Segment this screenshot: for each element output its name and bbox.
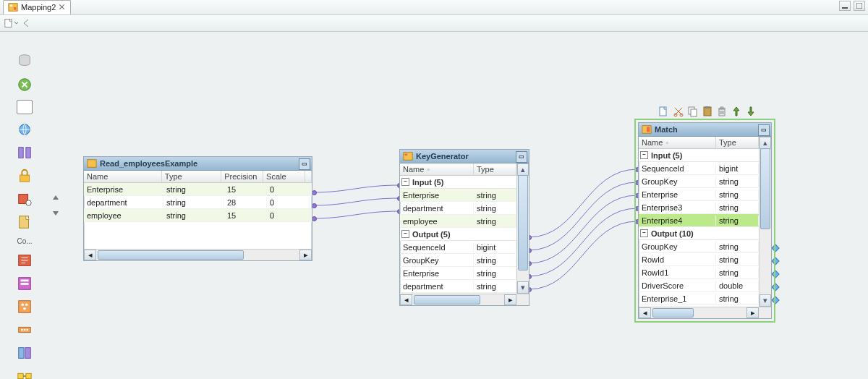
minimize-icon[interactable]: ▭ [758, 124, 770, 136]
minimize-icon[interactable]: ▭ [299, 158, 310, 170]
group-input[interactable]: −Input (5) [639, 149, 759, 162]
table-row[interactable]: Enterprise_1string [639, 292, 759, 305]
scroll-thumb[interactable] [414, 295, 480, 305]
global-source-icon[interactable] [17, 122, 33, 137]
table-row[interactable]: RowIdstring [639, 253, 759, 266]
cut-icon[interactable] [673, 106, 684, 117]
panel-title[interactable]: Match ▭ [639, 123, 771, 137]
table-row[interactable]: SequenceIdbigint [400, 241, 516, 254]
aggregate-icon[interactable] [17, 299, 33, 315]
table-row[interactable]: DriverScoredouble [639, 279, 759, 292]
table-row[interactable]: Enterprisestring150 [84, 183, 312, 196]
table-row[interactable]: departmentstring [400, 280, 516, 293]
panel-read-employees[interactable]: Read_employeesExample ▭ Name Type Precis… [83, 156, 312, 261]
database-icon[interactable] [17, 54, 33, 69]
table-row[interactable]: Enterprisestring [400, 267, 516, 280]
table-row[interactable]: Enterprise4string [639, 214, 759, 227]
scroll-thumb[interactable] [760, 148, 770, 229]
table-row[interactable]: Enterprisestring [400, 189, 516, 202]
col-name[interactable]: Name [84, 171, 162, 182]
palette-down-icon[interactable] [52, 208, 59, 216]
panel-key-generator[interactable]: KeyGenerator ▭ Name◦ Type −Input (5) Ent… [399, 149, 529, 306]
port-diamond[interactable] [771, 283, 779, 291]
schema-icon[interactable] [17, 145, 33, 161]
blank-tool-icon[interactable] [17, 100, 33, 114]
collapse-icon[interactable]: − [401, 178, 409, 186]
collapse-icon[interactable]: − [640, 229, 648, 237]
collapse-icon[interactable]: − [401, 230, 409, 238]
table-row[interactable]: departmentstring [400, 202, 516, 215]
col-type[interactable]: Type [716, 137, 759, 148]
h-scrollbar[interactable]: ◂ ▸ [400, 294, 529, 305]
group-output[interactable]: −Output (10) [639, 227, 759, 240]
move-down-icon[interactable] [745, 106, 757, 117]
scroll-right-icon[interactable]: ▸ [504, 294, 516, 305]
port-diamond[interactable] [771, 257, 779, 265]
scroll-down-icon[interactable]: ▾ [517, 281, 529, 294]
scroll-right-icon[interactable]: ▸ [299, 250, 312, 260]
v-scrollbar[interactable]: ▴ ▾ [516, 163, 529, 294]
triangle-left-icon[interactable] [23, 19, 29, 27]
h-scrollbar[interactable]: ◂ ▸ [639, 307, 771, 318]
note-icon[interactable] [17, 214, 33, 230]
panel-title[interactable]: KeyGenerator ▭ [400, 150, 529, 163]
scroll-up-icon[interactable]: ▴ [760, 137, 771, 149]
table-row[interactable]: departmentstring280 [84, 196, 312, 209]
union-icon[interactable] [17, 345, 33, 361]
table-row[interactable]: GroupKeystring [400, 254, 516, 267]
group-output[interactable]: −Output (5) [400, 228, 516, 241]
port-diamond[interactable] [771, 270, 779, 278]
page-tool-button[interactable] [3, 16, 19, 30]
col-name[interactable]: Name◦ [400, 163, 474, 175]
group-input[interactable]: −Input (5) [400, 176, 516, 189]
table-row[interactable]: employeestring [400, 215, 516, 228]
col-name[interactable]: Name◦ [639, 137, 716, 148]
new-icon[interactable] [658, 106, 670, 117]
table-row[interactable]: employeestring150 [84, 209, 312, 222]
delete-icon[interactable] [716, 106, 728, 117]
palette-up-icon[interactable] [52, 195, 59, 203]
router-icon[interactable] [17, 322, 33, 338]
form-icon[interactable] [17, 276, 33, 291]
minimize-button[interactable] [839, 1, 851, 11]
canvas[interactable]: Co... [0, 32, 868, 379]
v-scrollbar[interactable]: ▴ ▾ [759, 137, 771, 307]
paste-icon[interactable] [702, 106, 713, 117]
scroll-thumb[interactable] [652, 308, 694, 318]
port-out[interactable] [312, 216, 317, 221]
table-row[interactable]: GroupKeystring [639, 240, 759, 253]
scroll-up-icon[interactable]: ▴ [517, 163, 529, 176]
scroll-thumb[interactable] [98, 250, 244, 260]
copy-icon[interactable] [687, 106, 699, 117]
table-row[interactable]: RowId1string [639, 266, 759, 279]
scroll-left-icon[interactable]: ◂ [639, 307, 651, 318]
lock-icon[interactable] [17, 168, 33, 184]
port-out[interactable] [312, 203, 317, 208]
table-row[interactable]: Enterprisestring [639, 188, 759, 201]
scroll-left-icon[interactable]: ◂ [400, 294, 412, 305]
expression-icon[interactable] [17, 252, 33, 268]
joiner-icon[interactable] [17, 368, 33, 379]
maximize-button[interactable] [854, 1, 865, 11]
table-row[interactable]: Enterprise3string [639, 201, 759, 214]
port-diamond[interactable] [771, 296, 779, 304]
col-precision[interactable]: Precision [221, 171, 263, 182]
tab-mapping2[interactable]: Mapping2 [3, 0, 71, 14]
scroll-right-icon[interactable]: ▸ [746, 307, 759, 318]
transformation-icon[interactable] [17, 77, 33, 93]
close-icon[interactable] [59, 4, 66, 11]
move-up-icon[interactable] [731, 106, 742, 117]
port-diamond[interactable] [771, 244, 779, 252]
panel-match[interactable]: Match ▭ Name◦ Type −Input (5) SequenceId… [638, 122, 772, 319]
port-out[interactable] [312, 190, 317, 195]
panel-title[interactable]: Read_employeesExample ▭ [84, 157, 312, 171]
minimize-icon[interactable]: ▭ [516, 151, 527, 163]
col-type[interactable]: Type [162, 171, 221, 182]
table-row[interactable]: GroupKeystring [639, 175, 759, 188]
col-type[interactable]: Type [474, 163, 516, 175]
scroll-left-icon[interactable]: ◂ [84, 250, 96, 260]
scroll-thumb[interactable] [518, 175, 528, 271]
table-row[interactable]: SequenceIdbigint [639, 162, 759, 175]
lookup-icon[interactable] [17, 191, 33, 207]
collapse-icon[interactable]: − [640, 151, 648, 159]
